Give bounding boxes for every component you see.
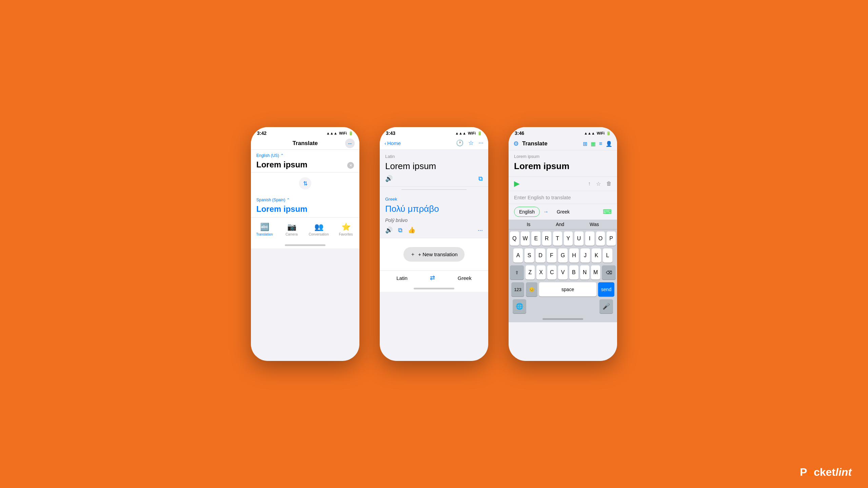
source-card: Latin Lorem ipsum 🔊 ⧉ <box>380 150 488 187</box>
source-card-actions: 🔊 ⧉ <box>385 175 483 182</box>
shift-key[interactable]: ⇧ <box>510 265 524 280</box>
key-i[interactable]: I <box>585 231 594 246</box>
backspace-key[interactable]: ⌫ <box>602 265 616 280</box>
bottom-lang-left[interactable]: Latin <box>396 275 408 281</box>
translation-icon: 🔤 <box>260 223 269 231</box>
key-w[interactable]: W <box>521 231 530 246</box>
globe-key[interactable]: 🌐 <box>513 299 526 313</box>
more-options-button[interactable]: ··· <box>345 139 355 148</box>
feedback-icon[interactable]: 👍 <box>408 226 415 234</box>
settings-icon[interactable]: ⚙ <box>513 140 519 147</box>
tab-favorites[interactable]: ⭐ Favorites <box>332 220 359 239</box>
key-g[interactable]: G <box>558 248 568 263</box>
key-c[interactable]: C <box>547 265 556 280</box>
lang-from-pill[interactable]: English <box>514 207 540 217</box>
lang-to-label[interactable]: Greek <box>552 207 574 217</box>
tab-bar: 🔤 Translation 📷 Camera 👥 Conversation ⭐ … <box>251 217 359 242</box>
phone3-play-row: ▶ ↑ ☆ 🗑 <box>509 177 617 191</box>
swap-languages-button[interactable]: ⇅ <box>299 177 311 189</box>
key-b[interactable]: B <box>569 265 578 280</box>
space-key[interactable]: space <box>539 282 596 297</box>
tab-conversation[interactable]: 👥 Conversation <box>305 220 332 239</box>
new-translation-button[interactable]: ＋ + New translation <box>403 247 464 262</box>
tab-translation[interactable]: 🔤 Translation <box>251 220 278 239</box>
signal-icon-3: ▲▲▲ <box>584 131 595 135</box>
lang-selector-row: English → Greek ⌨ <box>509 204 617 220</box>
key-q[interactable]: Q <box>510 231 519 246</box>
key-h[interactable]: H <box>569 248 579 263</box>
key-u[interactable]: U <box>574 231 584 246</box>
trash-icon[interactable]: 🗑 <box>606 181 612 187</box>
key-z[interactable]: Z <box>526 265 535 280</box>
wifi-icon-2: WiFi <box>468 131 476 135</box>
copy-icon-2[interactable]: ⧉ <box>398 227 402 234</box>
share-icon[interactable]: ↑ <box>588 181 591 187</box>
wifi-icon-3: WiFi <box>597 131 605 135</box>
keyboard-suggestions: Is And Was <box>509 220 617 229</box>
key-s[interactable]: S <box>525 248 534 263</box>
suggestion-3[interactable]: Was <box>590 222 599 227</box>
key-y[interactable]: Y <box>564 231 573 246</box>
watermark-lint: lint <box>835 466 852 478</box>
copy-icon[interactable]: ⧉ <box>478 175 483 182</box>
star-icon-3[interactable]: ☆ <box>596 181 601 187</box>
source-lang-label[interactable]: English (US) ⌃ <box>256 153 354 158</box>
numbers-key[interactable]: 123 <box>511 282 524 297</box>
mic-key[interactable]: 🎤 <box>599 299 613 313</box>
bottom-lang-right[interactable]: Greek <box>458 275 472 281</box>
status-icons-2: ▲▲▲ WiFi 🔋 <box>455 131 482 136</box>
play-button[interactable]: ▶ <box>514 179 520 188</box>
person-icon[interactable]: 👤 <box>606 141 612 147</box>
send-key[interactable]: send <box>598 282 614 297</box>
tab-camera[interactable]: 📷 Camera <box>278 220 305 239</box>
key-f[interactable]: F <box>547 248 556 263</box>
watermark-o: o <box>807 466 814 478</box>
key-v[interactable]: V <box>558 265 567 280</box>
key-d[interactable]: D <box>536 248 545 263</box>
target-lang-label[interactable]: Spanish (Spain) ⌃ <box>256 198 354 202</box>
more-dots-icon[interactable]: ··· <box>478 227 483 234</box>
keyboard-extras-row: 🌐 🎤 <box>510 298 616 314</box>
emoji-key[interactable]: 😊 <box>526 282 537 297</box>
target-card-text: Πολύ μπράβο <box>385 204 483 214</box>
phone3-input-area[interactable]: Enter English to translate <box>509 191 617 204</box>
keyboard-icon[interactable]: ⌨ <box>603 208 612 216</box>
plus-icon: ＋ <box>410 251 415 258</box>
grid-icon[interactable]: ⊞ <box>583 141 587 147</box>
status-icons-3: ▲▲▲ WiFi 🔋 <box>584 131 611 136</box>
speaker-icon-2[interactable]: 🔊 <box>385 226 393 234</box>
more-icon[interactable]: ··· <box>478 139 484 147</box>
key-j[interactable]: J <box>580 248 590 263</box>
lang-from-label: English <box>519 209 535 215</box>
key-p[interactable]: P <box>607 231 616 246</box>
lang-arrow-icon: → <box>543 209 549 215</box>
key-k[interactable]: K <box>592 248 601 263</box>
source-large-text: Lorem ipsum <box>514 159 612 175</box>
home-bar-3 <box>542 318 583 320</box>
key-r[interactable]: R <box>542 231 551 246</box>
speaker-icon[interactable]: 🔊 <box>385 175 393 182</box>
key-e[interactable]: E <box>531 231 540 246</box>
swap-arrow-icon[interactable]: ⇄ <box>430 274 435 282</box>
keyboard-row-1: Q W E R T Y U I O P <box>510 231 616 246</box>
status-bar-2: 3:43 ▲▲▲ WiFi 🔋 <box>380 127 488 137</box>
key-m[interactable]: M <box>591 265 600 280</box>
list-icon[interactable]: ≡ <box>599 141 602 147</box>
key-l[interactable]: L <box>603 248 612 263</box>
star-icon[interactable]: ☆ <box>468 139 474 147</box>
key-t[interactable]: T <box>553 231 562 246</box>
key-o[interactable]: O <box>596 231 605 246</box>
key-a[interactable]: A <box>513 248 523 263</box>
clear-button[interactable]: ✕ <box>347 162 354 169</box>
key-x[interactable]: X <box>536 265 546 280</box>
back-button[interactable]: ‹ Home <box>384 140 401 146</box>
phone1-header: Translate ··· <box>251 137 359 150</box>
suggestion-1[interactable]: Is <box>527 222 530 227</box>
green-grid-icon[interactable]: ▦ <box>591 141 596 147</box>
source-text[interactable]: Lorem ipsum <box>256 160 308 169</box>
history-icon[interactable]: 🕐 <box>456 139 463 147</box>
suggestion-2[interactable]: And <box>556 222 564 227</box>
keyboard-row-2: A S D F G H J K L <box>510 248 616 263</box>
phone-2: 3:43 ▲▲▲ WiFi 🔋 ‹ Home 🕐 ☆ ··· Latin Lor… <box>380 127 488 361</box>
key-n[interactable]: N <box>580 265 589 280</box>
